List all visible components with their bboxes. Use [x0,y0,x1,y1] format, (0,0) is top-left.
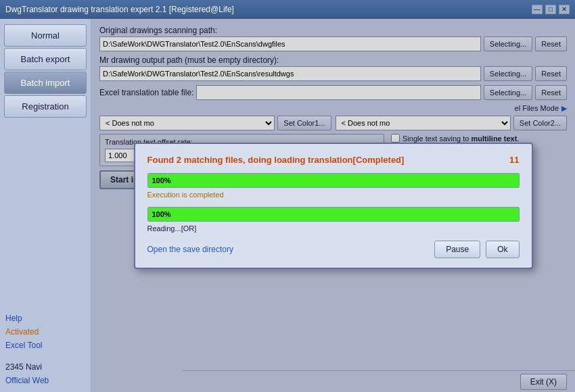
progress-1-status: Execution is completed [147,191,520,199]
sidebar-item-help[interactable]: Help [4,312,87,324]
open-save-dir-link[interactable]: Open the save directory [147,245,233,254]
progress-bar-1-label: 100% [152,176,171,185]
main-layout: Normal Batch export Batch import Registr… [0,19,575,392]
title-bar: DwgTranslator drawing translation expert… [0,0,575,19]
progress-bar-2-label: 100% [152,210,171,218]
sidebar: Normal Batch export Batch import Registr… [0,19,91,392]
modal-overlay: Found 2 matching files, doing loading tr… [91,19,575,392]
modal-buttons: Pause Ok [434,241,519,258]
content-area: Original drawings scanning path: Selecti… [91,19,575,392]
sidebar-item-batch-import[interactable]: Batch import [4,72,87,94]
progress-bar-1-container: 100% [147,173,520,188]
progress-bar-2: 100% [148,207,519,221]
maximize-button[interactable]: □ [545,5,556,14]
progress-bar-2-container: 100% [147,207,520,222]
modal-count: 11 [509,155,519,165]
sidebar-item-excel-tool[interactable]: Excel Tool [4,339,87,351]
close-button[interactable]: ✕ [559,5,570,14]
sidebar-item-activated: Activated [4,326,87,338]
sidebar-item-navi[interactable]: 2345 Navi [4,361,87,373]
minimize-button[interactable]: — [532,5,543,14]
progress-2-status: Reading...[OR] [147,224,520,232]
pause-button[interactable]: Pause [434,241,480,258]
progress-bar-1: 100% [148,174,519,187]
modal-dialog: Found 2 matching files, doing loading tr… [134,143,533,269]
modal-title: Found 2 matching files, doing loading tr… [147,155,520,165]
modal-footer: Open the save directory Pause Ok [147,241,520,258]
modal-title-text: Found 2 matching files, doing loading tr… [147,155,405,165]
sidebar-item-normal[interactable]: Normal [4,24,87,47]
app-title: DwgTranslator drawing translation expert… [5,5,234,14]
sidebar-item-batch-export[interactable]: Batch export [4,48,87,70]
sidebar-item-official-web[interactable]: Official Web [4,374,87,387]
window-controls: — □ ✕ [532,5,570,14]
sidebar-item-registration[interactable]: Registration [4,95,87,118]
ok-button[interactable]: Ok [486,241,519,258]
